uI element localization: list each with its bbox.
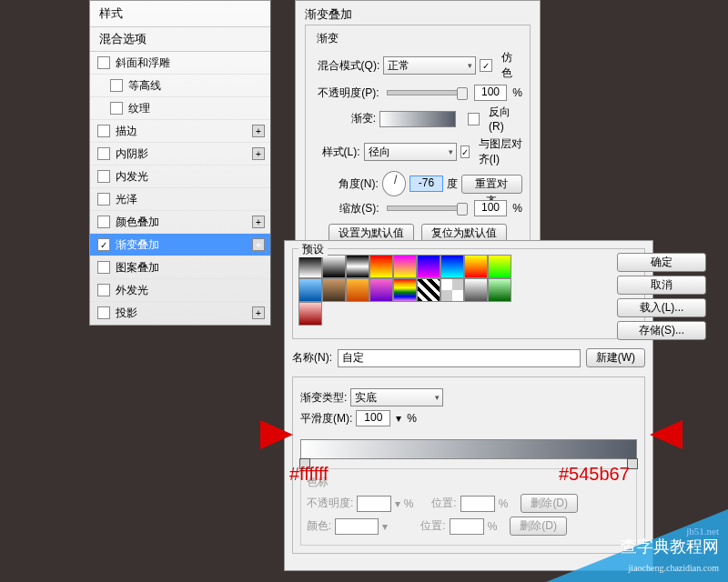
dither-checkbox[interactable] (480, 59, 492, 72)
checkbox[interactable] (97, 238, 110, 251)
preset-swatch[interactable] (322, 255, 346, 278)
style-label: 图案叠加 (116, 260, 159, 276)
opacity-slider[interactable] (387, 90, 467, 95)
save-button[interactable]: 存储(S)... (617, 321, 706, 340)
preset-swatch[interactable] (369, 278, 393, 302)
style-select[interactable]: 径向 (364, 143, 457, 161)
dither-label: 仿色 (501, 50, 522, 81)
angle-input[interactable]: -76 (410, 176, 442, 192)
style-row-渐变叠加[interactable]: 渐变叠加+ (90, 234, 270, 256)
styles-panel: 样式 混合选项 斜面和浮雕等高线纹理描边+内阴影+内发光光泽颜色叠加+渐变叠加+… (89, 0, 271, 326)
angle-dial[interactable] (382, 171, 407, 196)
checkbox[interactable] (97, 125, 110, 137)
ok-button[interactable]: 确定 (617, 253, 706, 272)
add-icon[interactable]: + (252, 125, 265, 137)
style-label: 等高线 (128, 78, 161, 94)
checkbox[interactable] (97, 306, 110, 319)
gradient-swatch[interactable] (379, 111, 456, 127)
preset-swatch[interactable] (464, 278, 488, 302)
gradient-bar[interactable] (300, 439, 637, 459)
style-row-等高线[interactable]: 等高线 (90, 75, 270, 97)
style-row-颜色叠加[interactable]: 颜色叠加+ (90, 211, 270, 234)
preset-swatch[interactable] (298, 302, 322, 326)
scale-slider[interactable] (387, 206, 467, 211)
reset-align-button[interactable]: 重置对齐 (461, 175, 522, 194)
name-label: 名称(N): (292, 350, 332, 366)
gradient-legend: 渐变 (313, 31, 522, 46)
style-label: 光泽 (116, 192, 137, 207)
stop-opacity-label: 不透明度: (307, 496, 353, 511)
angle-label: 角度(N): (313, 176, 379, 192)
load-button[interactable]: 载入(L)... (617, 298, 706, 317)
blend-options-header[interactable]: 混合选项 (90, 27, 270, 52)
preset-swatch[interactable] (488, 278, 511, 302)
add-icon[interactable]: + (252, 306, 265, 319)
pct-symbol: % (407, 412, 417, 425)
smooth-input[interactable]: 100 (356, 410, 390, 426)
reverse-checkbox[interactable] (468, 113, 480, 125)
style-row-外发光[interactable]: 外发光 (90, 279, 270, 302)
style-label: 颜色叠加 (116, 215, 159, 230)
cancel-button[interactable]: 取消 (617, 276, 706, 295)
name-input[interactable] (338, 349, 581, 367)
reverse-label: 反向(R) (489, 105, 522, 133)
preset-swatch[interactable] (346, 278, 369, 302)
style-row-内发光[interactable]: 内发光 (90, 166, 270, 188)
scale-input[interactable]: 100 (474, 200, 508, 216)
add-icon[interactable]: + (252, 147, 265, 160)
type-select[interactable]: 实底 (350, 388, 443, 406)
preset-swatch[interactable] (298, 278, 322, 302)
styles-header: 样式 (90, 1, 270, 27)
style-label: 内发光 (116, 169, 148, 185)
style-label: 内阴影 (116, 146, 148, 162)
checkbox[interactable] (110, 79, 123, 92)
type-label: 渐变类型: (300, 390, 347, 406)
smooth-label: 平滑度(M): (300, 411, 352, 426)
checkbox[interactable] (110, 102, 123, 115)
blend-mode-label: 混合模式(Q): (313, 58, 379, 74)
style-row-投影[interactable]: 投影+ (90, 302, 270, 325)
preset-swatch[interactable] (369, 255, 393, 278)
preset-swatch[interactable] (393, 278, 417, 302)
style-row-纹理[interactable]: 纹理 (90, 97, 270, 120)
preset-swatch[interactable] (464, 255, 488, 278)
checkbox[interactable] (97, 147, 110, 160)
style-row-描边[interactable]: 描边+ (90, 120, 270, 143)
style-row-光泽[interactable]: 光泽 (90, 188, 270, 211)
preset-swatch[interactable] (440, 278, 464, 302)
checkbox[interactable] (97, 284, 110, 296)
stop-location-label2: 位置: (420, 518, 445, 534)
pct-symbol: % (512, 86, 522, 99)
blend-mode-select[interactable]: 正常 (383, 56, 476, 75)
add-icon[interactable]: + (252, 238, 265, 251)
opacity-input[interactable]: 100 (474, 85, 508, 101)
style-row-斜面和浮雕[interactable]: 斜面和浮雕 (90, 52, 270, 75)
preset-swatch[interactable] (346, 255, 369, 278)
preset-swatch[interactable] (298, 255, 322, 278)
stop-opacity-input (357, 496, 391, 512)
new-button[interactable]: 新建(W) (586, 348, 645, 367)
preset-swatch[interactable] (417, 278, 440, 302)
checkbox[interactable] (97, 170, 110, 183)
style-label: 外发光 (116, 283, 148, 298)
checkbox[interactable] (97, 216, 110, 228)
style-row-内阴影[interactable]: 内阴影+ (90, 143, 270, 166)
angle-unit: 度 (447, 176, 458, 192)
style-row-图案叠加[interactable]: 图案叠加 (90, 256, 270, 279)
preset-swatch[interactable] (393, 255, 417, 278)
preset-swatch[interactable] (417, 255, 440, 278)
checkbox[interactable] (97, 261, 110, 274)
checkbox[interactable] (97, 193, 110, 206)
preset-swatch[interactable] (440, 255, 464, 278)
editor-side-buttons: 确定 取消 载入(L)... 存储(S)... (617, 253, 706, 340)
add-icon[interactable]: + (252, 216, 265, 228)
preset-swatch[interactable] (322, 278, 346, 302)
style-label: 样式(L): (313, 145, 360, 160)
style-label: 渐变叠加 (116, 237, 159, 253)
checkbox[interactable] (97, 56, 110, 69)
gradient-overlay-panel: 渐变叠加 渐变 混合模式(Q): 正常 仿色 不透明度(P): 100 % 渐变… (295, 0, 541, 246)
align-checkbox[interactable] (460, 146, 470, 158)
preset-grid (298, 255, 526, 326)
preset-swatch[interactable] (488, 255, 511, 278)
annotation-right: #545b67 (559, 464, 630, 485)
